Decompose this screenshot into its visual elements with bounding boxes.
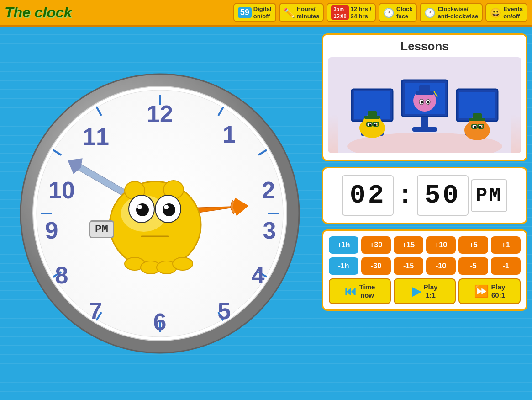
svg-text:7: 7 [89, 298, 102, 324]
svg-rect-57 [421, 117, 428, 128]
svg-rect-87 [419, 85, 430, 92]
events-label: Eventson/off [503, 5, 523, 20]
digital-label: Digitalon/off [253, 5, 272, 20]
svg-text:1: 1 [223, 121, 236, 148]
plus-30-button[interactable]: +30 [361, 236, 391, 254]
svg-text:11: 11 [83, 123, 109, 150]
svg-point-69 [369, 124, 371, 126]
clock-svg: 12 1 2 3 4 5 6 7 8 9 10 11 [16, 69, 304, 357]
svg-point-70 [374, 124, 377, 126]
ampm-display: PM [471, 179, 507, 212]
plus-5-button[interactable]: +5 [458, 236, 488, 254]
digital-time-display: 02 : 50 PM [322, 167, 527, 224]
svg-text:9: 9 [45, 217, 58, 244]
clock-area: 12 1 2 3 4 5 6 7 8 9 10 11 [5, 31, 315, 395]
time-colon: : [396, 180, 414, 211]
clockwise-label: Clockwise/anti-clockwise [437, 5, 478, 20]
time-now-icon: ⏮ [345, 284, 357, 299]
lessons-title: Lessons [328, 39, 521, 53]
lessons-card[interactable]: Lessons [322, 33, 527, 161]
minus-5-button[interactable]: -5 [458, 257, 488, 275]
clockwise-button[interactable]: 🕐 Clockwise/anti-clockwise [420, 3, 483, 22]
plus-1-button[interactable]: +1 [491, 236, 521, 254]
plus-15-button[interactable]: +15 [394, 236, 423, 254]
svg-text:4: 4 [252, 262, 265, 288]
app-title: The clock [5, 4, 72, 21]
play-60-1-button[interactable]: ⏩ Play60:1 [458, 278, 521, 304]
svg-text:5: 5 [218, 298, 231, 324]
svg-rect-77 [473, 113, 482, 119]
play-1-1-label: Play1:1 [424, 283, 438, 299]
svg-rect-58 [412, 127, 437, 132]
time-now-label: Timenow [359, 283, 375, 299]
minus-buttons-row: -1h -30 -15 -10 -5 -1 [329, 257, 521, 275]
lessons-image [328, 57, 521, 153]
svg-text:12: 12 [147, 101, 173, 127]
hours-minutes-button[interactable]: ✏️ Hours/minutes [279, 3, 324, 22]
header: The clock 59 Digitalon/off ✏️ Hours/minu… [0, 0, 532, 27]
play-1-1-button[interactable]: ▶ Play1:1 [394, 278, 456, 304]
svg-text:3: 3 [263, 217, 276, 244]
time-format-label: 12 hrs /24 hrs [351, 5, 372, 20]
svg-point-80 [474, 126, 476, 128]
minus-1-button[interactable]: -1 [491, 257, 521, 275]
play-60-1-icon: ⏩ [474, 284, 489, 299]
events-onoff-button[interactable]: 😀 Eventson/off [485, 3, 527, 22]
minutes-display: 50 [417, 175, 469, 216]
minus-10-button[interactable]: -10 [426, 257, 456, 275]
controls-card: +1h +30 +15 +10 +5 +1 -1h -30 -15 -10 -5… [322, 229, 527, 311]
pencil-icon: ✏️ [284, 7, 295, 18]
time-now-button[interactable]: ⏮ Timenow [329, 278, 391, 304]
clock-face-button[interactable]: 🕐 Clockface [379, 3, 417, 22]
clock-face-label: Clockface [396, 5, 412, 20]
digital-onoff-button[interactable]: 59 Digitalon/off [233, 3, 276, 22]
play-60-1-label: Play60:1 [491, 283, 506, 299]
svg-text:8: 8 [55, 262, 68, 288]
events-icon: 😀 [490, 7, 501, 18]
lessons-illustration [328, 62, 521, 153]
svg-text:2: 2 [262, 177, 275, 203]
clock-face-icon: 🕐 [383, 7, 395, 18]
svg-point-81 [479, 126, 482, 128]
analog-clock[interactable]: 12 1 2 3 4 5 6 7 8 9 10 11 [16, 69, 304, 357]
main-content: 12 1 2 3 4 5 6 7 8 9 10 11 [0, 27, 532, 400]
time-format-button[interactable]: 3pm15:00 12 hrs /24 hrs [327, 3, 376, 22]
digital-badge: 59 [238, 7, 252, 18]
minus-1h-button[interactable]: -1h [329, 257, 358, 275]
svg-point-33 [157, 211, 163, 216]
plus-10-button[interactable]: +10 [426, 236, 456, 254]
svg-text:10: 10 [48, 177, 75, 203]
hours-minutes-label: Hours/minutes [297, 5, 320, 20]
hours-display: 02 [342, 175, 394, 216]
plus-1h-button[interactable]: +1h [329, 236, 358, 254]
action-buttons-row: ⏮ Timenow ▶ Play1:1 ⏩ Play60:1 [329, 278, 521, 304]
clockwise-icon: 🕐 [424, 7, 436, 18]
svg-rect-66 [368, 111, 377, 117]
time-format-badge: 3pm15:00 [331, 5, 348, 20]
play-1-1-icon: ▶ [412, 284, 421, 299]
svg-point-91 [421, 101, 423, 104]
svg-point-92 [427, 101, 430, 104]
right-panel: Lessons [322, 31, 527, 395]
minus-30-button[interactable]: -30 [361, 257, 391, 275]
plus-buttons-row: +1h +30 +15 +10 +5 +1 [329, 236, 521, 254]
svg-text:6: 6 [153, 309, 167, 335]
minus-15-button[interactable]: -15 [394, 257, 423, 275]
header-controls: 59 Digitalon/off ✏️ Hours/minutes 3pm15:… [233, 3, 527, 22]
